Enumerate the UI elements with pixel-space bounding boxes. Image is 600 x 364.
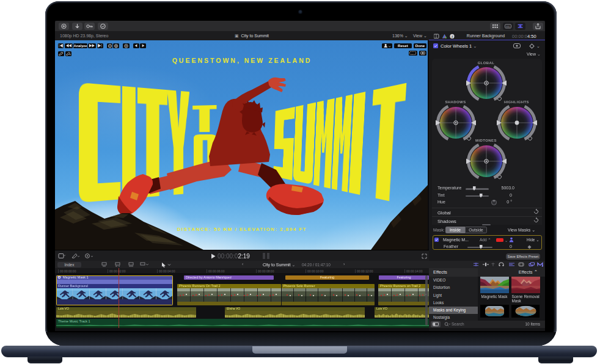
svg-text:SSD: SSD: [506, 26, 511, 28]
